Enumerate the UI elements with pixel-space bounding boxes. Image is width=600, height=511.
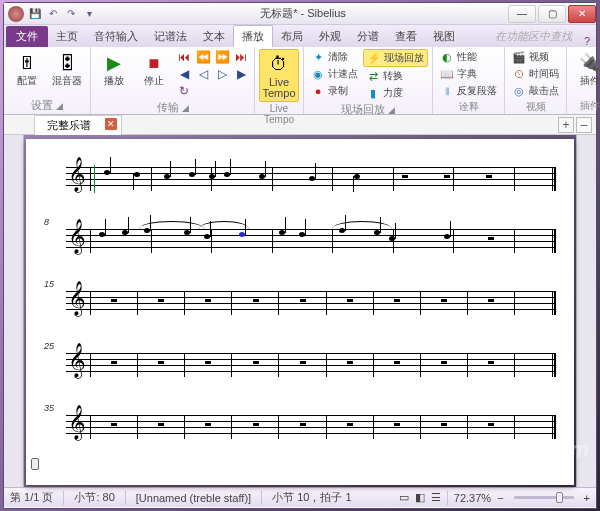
timecode-button[interactable]: ⏲时间码 bbox=[509, 66, 562, 82]
tab-parts[interactable]: 分谱 bbox=[349, 26, 387, 47]
note[interactable] bbox=[189, 172, 195, 177]
whole-rest[interactable] bbox=[253, 423, 259, 426]
live-tempo-button[interactable]: ⏱LiveTempo bbox=[259, 49, 299, 102]
tab-review[interactable]: 查看 bbox=[387, 26, 425, 47]
note[interactable] bbox=[224, 172, 230, 177]
next-button[interactable]: ▶ bbox=[232, 66, 250, 82]
loop-button[interactable]: ↻ bbox=[175, 83, 193, 99]
whole-rest[interactable] bbox=[488, 423, 494, 426]
whole-rest[interactable] bbox=[402, 175, 408, 178]
note[interactable] bbox=[99, 232, 105, 237]
note[interactable] bbox=[444, 234, 450, 239]
convert-button[interactable]: ⇄转换 bbox=[363, 68, 428, 84]
document-tab-close[interactable]: ✕ bbox=[105, 118, 117, 130]
whole-rest[interactable] bbox=[347, 299, 353, 302]
live-playback-button[interactable]: ⚡现场回放 bbox=[363, 49, 428, 67]
navigator-right[interactable] bbox=[576, 135, 596, 487]
navigator-left[interactable] bbox=[4, 135, 24, 487]
note[interactable] bbox=[354, 174, 360, 179]
slur[interactable] bbox=[139, 221, 204, 229]
redo-icon[interactable]: ↷ bbox=[64, 7, 78, 21]
whole-rest[interactable] bbox=[488, 237, 494, 240]
whole-rest[interactable] bbox=[394, 361, 400, 364]
whole-rest[interactable] bbox=[488, 299, 494, 302]
mixer-button[interactable]: 🎛混音器 bbox=[48, 49, 86, 88]
whole-rest[interactable] bbox=[488, 361, 494, 364]
ffwd-button[interactable]: ⏩ bbox=[213, 49, 231, 65]
video-button[interactable]: 🎬视频 bbox=[509, 49, 562, 65]
note[interactable] bbox=[134, 172, 140, 177]
whole-rest[interactable] bbox=[394, 423, 400, 426]
slur[interactable] bbox=[332, 221, 392, 229]
note[interactable] bbox=[239, 232, 245, 237]
note[interactable] bbox=[299, 232, 305, 237]
panorama-icon[interactable]: ☰ bbox=[431, 491, 441, 504]
playhead[interactable] bbox=[94, 165, 95, 193]
rewind-full-button[interactable]: ⏮ bbox=[175, 49, 193, 65]
ffwd-full-button[interactable]: ⏭ bbox=[232, 49, 250, 65]
zoom-in-button[interactable]: + bbox=[584, 492, 590, 504]
tab-play[interactable]: 播放 bbox=[233, 25, 273, 47]
maximize-button[interactable]: ▢ bbox=[538, 5, 566, 23]
zoom-out-button[interactable]: − bbox=[497, 492, 503, 504]
velocity-button[interactable]: ▮力度 bbox=[363, 85, 428, 101]
close-button[interactable]: ✕ bbox=[568, 5, 596, 23]
record-button[interactable]: ●录制 bbox=[308, 83, 361, 99]
whole-rest[interactable] bbox=[347, 361, 353, 364]
tab-note-input[interactable]: 音符输入 bbox=[86, 26, 146, 47]
whole-rest[interactable] bbox=[441, 423, 447, 426]
whole-rest[interactable] bbox=[253, 361, 259, 364]
undo-icon[interactable]: ↶ bbox=[46, 7, 60, 21]
note[interactable] bbox=[184, 230, 190, 235]
whole-rest[interactable] bbox=[111, 361, 117, 364]
whole-rest[interactable] bbox=[158, 361, 164, 364]
tab-text[interactable]: 文本 bbox=[195, 26, 233, 47]
minimize-button[interactable]: — bbox=[508, 5, 536, 23]
tab-view[interactable]: 视图 bbox=[425, 26, 463, 47]
tab-layout[interactable]: 布局 bbox=[273, 26, 311, 47]
tab-home[interactable]: 主页 bbox=[48, 26, 86, 47]
rewind-button[interactable]: ⏪ bbox=[194, 49, 212, 65]
whole-rest[interactable] bbox=[300, 361, 306, 364]
note[interactable] bbox=[389, 236, 395, 241]
zoom-thumb[interactable] bbox=[556, 492, 563, 503]
clear-button[interactable]: ✦清除 bbox=[308, 49, 361, 65]
save-icon[interactable]: 💾 bbox=[28, 7, 42, 21]
whole-rest[interactable] bbox=[158, 299, 164, 302]
qat-more-icon[interactable]: ▾ bbox=[82, 7, 96, 21]
staff-system[interactable]: 𝄞 bbox=[44, 159, 556, 199]
score-page[interactable]: 𝄞8𝄞15𝄞25𝄞35𝄞 bbox=[26, 139, 574, 485]
zoom-slider[interactable] bbox=[514, 496, 574, 499]
note[interactable] bbox=[259, 174, 265, 179]
hitpoint-button[interactable]: ◉计速点 bbox=[308, 66, 361, 82]
whole-rest[interactable] bbox=[205, 299, 211, 302]
whole-rest[interactable] bbox=[253, 299, 259, 302]
file-tab[interactable]: 文件 bbox=[6, 26, 48, 47]
tab-appearance[interactable]: 外观 bbox=[311, 26, 349, 47]
whole-rest[interactable] bbox=[441, 299, 447, 302]
note[interactable] bbox=[164, 174, 170, 179]
prev-button[interactable]: ◀ bbox=[175, 66, 193, 82]
whole-rest[interactable] bbox=[111, 299, 117, 302]
plugins-button[interactable]: 🔌插件 bbox=[571, 49, 600, 88]
hitpoints-button[interactable]: ◎敲击点 bbox=[509, 83, 562, 99]
staff-system[interactable]: 15𝄞 bbox=[44, 283, 556, 323]
whole-rest[interactable] bbox=[111, 423, 117, 426]
note[interactable] bbox=[374, 230, 380, 235]
back-button[interactable]: ◁ bbox=[194, 66, 212, 82]
performance-button[interactable]: ◐性能 bbox=[437, 49, 500, 65]
whole-rest[interactable] bbox=[444, 175, 450, 178]
note[interactable] bbox=[204, 234, 210, 239]
help-button[interactable]: ? bbox=[578, 35, 596, 47]
staff-system[interactable]: 35𝄞 bbox=[44, 407, 556, 447]
whole-rest[interactable] bbox=[394, 299, 400, 302]
view-mode2-icon[interactable]: ◧ bbox=[415, 491, 425, 504]
whole-rest[interactable] bbox=[300, 423, 306, 426]
whole-rest[interactable] bbox=[347, 423, 353, 426]
whole-rest[interactable] bbox=[158, 423, 164, 426]
note[interactable] bbox=[309, 176, 315, 181]
note[interactable] bbox=[209, 174, 215, 179]
staff-system[interactable]: 8𝄞 bbox=[44, 221, 556, 261]
tab-notation[interactable]: 记谱法 bbox=[146, 26, 195, 47]
repeats-button[interactable]: ⦀反复段落 bbox=[437, 83, 500, 99]
